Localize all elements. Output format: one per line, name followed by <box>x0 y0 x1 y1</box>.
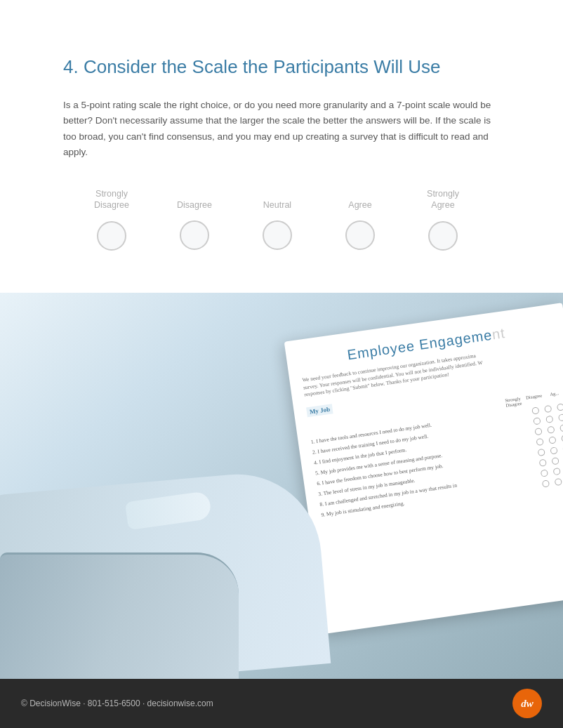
doc-circle[interactable] <box>538 448 545 456</box>
scale-item-neutral: Neutral <box>236 188 319 250</box>
doc-circle[interactable] <box>544 404 552 412</box>
scale-radio-agree[interactable] <box>345 220 375 250</box>
scale-section: StronglyDisagree Disagree Neutral Agree … <box>63 188 500 251</box>
doc-row-7-circles <box>541 465 563 477</box>
doc-row-5-circles <box>538 444 563 456</box>
scale-label-agree: Agree <box>348 188 371 211</box>
scale-radio-strongly-disagree[interactable] <box>97 221 126 251</box>
page-container: 4. Consider the Scale the Participants W… <box>0 0 563 728</box>
doc-circle[interactable] <box>557 403 563 411</box>
footer-copyright: © DecisionWise · 801-515-6500 · decision… <box>21 699 213 708</box>
scale-radio-disagree[interactable] <box>180 220 209 250</box>
doc-circle[interactable] <box>548 436 556 444</box>
scale-item-disagree: Disagree <box>153 188 236 250</box>
doc-row-6-circles <box>539 455 563 466</box>
scale-label-disagree: Disagree <box>177 188 212 211</box>
section-title: 4. Consider the Scale the Participants W… <box>63 56 500 78</box>
scale-radio-neutral[interactable] <box>263 220 292 250</box>
doc-row-4-circles <box>536 435 563 446</box>
doc-section-title: My Job <box>306 403 333 416</box>
doc-circle[interactable] <box>542 479 550 487</box>
doc-circle[interactable] <box>553 468 561 475</box>
document-overlay: Employee Engagement We need your feedbac… <box>284 303 563 634</box>
col-header-disagree: Disagree <box>526 392 543 406</box>
doc-circle[interactable] <box>551 457 559 465</box>
doc-circle[interactable] <box>533 417 541 425</box>
scale-item-agree: Agree <box>319 188 402 250</box>
footer-logo: dw <box>512 689 542 718</box>
doc-circle[interactable] <box>558 413 563 421</box>
top-content: 4. Consider the Scale the Participants W… <box>0 0 563 293</box>
doc-circle[interactable] <box>550 446 557 454</box>
scale-item-strongly-agree: StronglyAgree <box>402 188 484 251</box>
doc-circle[interactable] <box>539 458 547 466</box>
doc-circle[interactable] <box>547 425 555 433</box>
doc-circle[interactable] <box>555 477 562 485</box>
hand-sleeve <box>0 552 239 679</box>
doc-circle[interactable] <box>534 428 542 435</box>
scale-radio-strongly-agree[interactable] <box>428 221 458 251</box>
doc-row-3-circles <box>534 424 563 435</box>
doc-row-2-circles <box>533 413 563 425</box>
footer: © DecisionWise · 801-515-6500 · decision… <box>0 679 563 728</box>
doc-circle[interactable] <box>545 415 553 423</box>
doc-row-1-circles <box>531 403 563 414</box>
doc-circle[interactable] <box>531 406 539 414</box>
doc-circle[interactable] <box>536 438 543 446</box>
footer-logo-text: dw <box>521 698 534 710</box>
body-text: Is a 5-point rating scale the right choi… <box>63 98 498 160</box>
doc-circle[interactable] <box>559 424 563 432</box>
scale-label-strongly-disagree: StronglyDisagree <box>94 188 129 211</box>
photo-section: Employee Engagement We need your feedbac… <box>0 293 563 679</box>
col-header-strongly-disagree: StronglyDisagree <box>505 395 522 409</box>
scale-label-strongly-agree: StronglyAgree <box>427 188 459 211</box>
doc-row-8-circles <box>542 476 563 487</box>
col-header-agree: Ag... <box>546 390 563 403</box>
doc-circle[interactable] <box>541 469 548 477</box>
scale-label-neutral: Neutral <box>263 188 291 211</box>
scale-item-strongly-disagree: StronglyDisagree <box>70 188 153 251</box>
